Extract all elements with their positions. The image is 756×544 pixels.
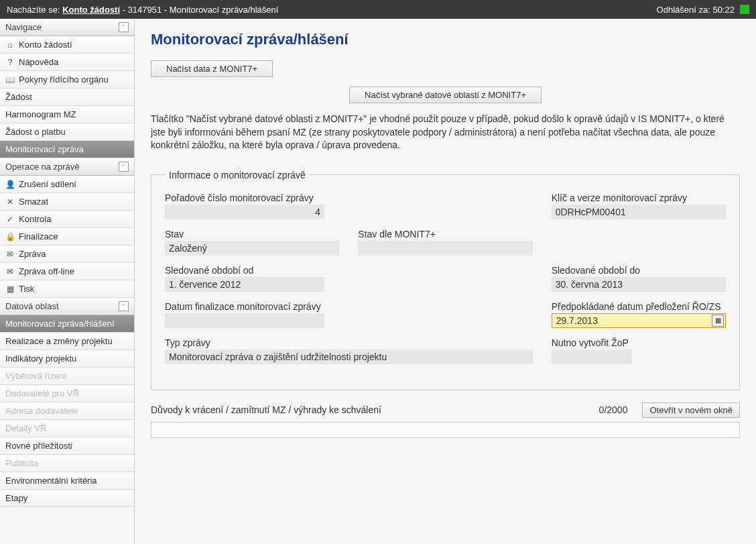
period-from-value: 1. července 2012 [165, 277, 324, 292]
open-new-window-button[interactable]: Otevřít v novém okně [642, 402, 740, 418]
sidebar-item[interactable]: Environmentální kritéria [0, 472, 134, 490]
period-to-value: 30. června 2013 [552, 277, 726, 292]
sidebar-item-label: Zpráva off-line [19, 266, 74, 276]
sidebar-item[interactable]: Žádost o platbu [0, 123, 134, 141]
field-state-monit: Stav dle MONIT7+ [358, 229, 532, 256]
sidebar-item[interactable]: ✕Smazat [0, 193, 134, 211]
sidebar-item[interactable]: Monitorovací zpráva/hlášení [0, 315, 134, 333]
sidebar-item[interactable]: ✓Kontrola [0, 211, 134, 228]
calendar-icon[interactable]: ▦ [712, 315, 724, 327]
fieldset-legend: Informace o monitorovací zprávě [165, 170, 310, 180]
sidebar-item-label: Environmentální kritéria [5, 476, 97, 486]
sidebar-item-label: Monitorovací zpráva/hlášení [5, 319, 115, 329]
sidebar-item-label: Kontrola [19, 214, 51, 224]
breadcrumb: Nacházíte se: Konto žádostí - 3147951 - … [7, 5, 657, 15]
sidebar-item[interactable]: Etapy [0, 490, 134, 507]
type-value: Monitorovací zpráva o zajištění udržitel… [165, 349, 533, 364]
sidebar-item-label: Finalizace [19, 231, 58, 241]
sidebar-item-label: Detaily VŘ [5, 423, 46, 433]
state-value: Založený [165, 241, 339, 256]
sidebar-item-icon: ⌂ [5, 40, 15, 50]
reasons-textarea[interactable] [151, 422, 740, 438]
info-fieldset: Informace o monitorovací zprávě Pořadové… [151, 170, 740, 390]
sidebar-item[interactable]: ?Nápověda [0, 54, 134, 71]
sidebar-item[interactable]: Harmonogram MZ [0, 106, 134, 123]
sidebar-item[interactable]: Monitorovací zpráva [0, 141, 134, 158]
sidebar-item-label: Harmonogram MZ [5, 109, 76, 119]
field-seq: Pořadové číslo monitorovací zprávy 4 [165, 193, 533, 219]
sidebar-item-label: Výběrová řízení [5, 371, 66, 381]
main-content: Monitorovací zpráva/hlášení Načíst data … [135, 19, 756, 544]
sidebar-item[interactable]: ▦Tisk [0, 280, 134, 298]
sidebar-item-label: Smazat [19, 197, 48, 207]
sidebar-item-label: Adresa dodavatele [5, 406, 78, 416]
field-key: Klíč a verze monitorovací zprávy 0DRHcPM… [552, 193, 726, 219]
sidebar-section-header[interactable]: Datová oblast˄ [0, 298, 134, 315]
sidebar-section-header[interactable]: Operace na zprávě˄ [0, 158, 134, 176]
chevron-up-icon[interactable]: ˄ [119, 162, 129, 172]
sidebar: Navigace˄⌂Konto žádostí?Nápověda📖Pokyny … [0, 19, 135, 544]
status-indicator-icon [740, 5, 749, 14]
sidebar-item[interactable]: Indikátory projektu [0, 350, 134, 368]
field-expected-date: Předpokládané datum předložení ŘO/ZS 29.… [552, 301, 726, 328]
field-finalize-date: Datum finalizace monitorovací zprávy [165, 301, 533, 328]
sidebar-item[interactable]: 🔒Finalizace [0, 228, 134, 246]
info-text: Tlačítko "Načíst vybrané datové oblasti … [151, 113, 740, 152]
sidebar-item-label: Zrušení sdílení [19, 179, 76, 189]
load-selected-monit-button[interactable]: Načíst vybrané datové oblasti z MONIT7+ [349, 87, 542, 103]
page-title: Monitorovací zpráva/hlášení [151, 31, 740, 48]
sidebar-item[interactable]: ⌂Konto žádostí [0, 36, 134, 54]
sidebar-item-label: Rovné příležitosti [5, 441, 72, 451]
sidebar-item-label: Konto žádostí [19, 40, 72, 50]
sidebar-item[interactable]: ✉Zpráva off-line [0, 263, 134, 280]
state-monit-value [358, 241, 532, 256]
chevron-up-icon[interactable]: ˄ [119, 301, 129, 311]
sidebar-item-label: Indikátory projektu [5, 353, 76, 364]
sidebar-item-icon: ✓ [5, 215, 15, 224]
sidebar-item[interactable]: 📖Pokyny řídícího orgánu [0, 71, 134, 89]
sidebar-item-icon: 📖 [5, 75, 15, 85]
sidebar-item-label: Monitorovací zpráva [5, 144, 84, 154]
sidebar-section-header[interactable]: Navigace˄ [0, 19, 134, 36]
field-period-from: Sledované období od 1. července 2012 [165, 265, 533, 292]
sidebar-item-label: Žádost [5, 92, 32, 102]
sidebar-item[interactable]: Žádost [0, 89, 134, 106]
breadcrumb-link[interactable]: Konto žádostí [62, 5, 120, 15]
breadcrumb-suffix: - 3147951 - Monitorovací zpráva/hlášení [123, 5, 279, 15]
sidebar-item-label: Dodavatelé pro VŘ [5, 388, 79, 398]
field-zop: Nutno vytvořit ŽoP [552, 337, 726, 364]
field-state: Stav Založený [165, 229, 339, 256]
field-type: Typ zprávy Monitorovací zpráva o zajiště… [165, 337, 533, 364]
reasons-label: Důvody k vrácení / zamítnutí MZ / výhrad… [151, 404, 591, 415]
sidebar-item-icon: ▦ [5, 284, 15, 294]
sidebar-item: Publicita [0, 455, 134, 472]
seq-value: 4 [165, 205, 324, 219]
field-period-to: Sledované období do 30. června 2013 [552, 265, 726, 292]
breadcrumb-prefix: Nacházíte se: [7, 5, 60, 15]
key-value: 0DRHcPM00401 [552, 205, 726, 219]
sidebar-item-label: Publicita [5, 458, 38, 468]
sidebar-item-icon: 👤 [5, 180, 15, 189]
reasons-counter: 0/2000 [599, 404, 628, 415]
sidebar-item-label: Etapy [5, 493, 27, 503]
expected-date-input[interactable]: 29.7.2013 ▦ [552, 313, 726, 328]
chevron-up-icon[interactable]: ˄ [119, 22, 129, 32]
finalize-date-value [165, 313, 324, 328]
sidebar-item[interactable]: 👤Zrušení sdílení [0, 176, 134, 193]
logout-timer: Odhlášení za: 50:22 [657, 5, 735, 15]
sidebar-item: Dodavatelé pro VŘ [0, 385, 134, 402]
load-monit-button[interactable]: Načíst data z MONIT7+ [151, 60, 273, 77]
sidebar-item-label: Zpráva [19, 249, 46, 259]
sidebar-item: Výběrová řízení [0, 368, 134, 385]
sidebar-item-icon: ? [5, 58, 15, 67]
sidebar-item[interactable]: Realizace a změny projektu [0, 333, 134, 350]
sidebar-item-icon: 🔒 [5, 232, 15, 241]
sidebar-item[interactable]: ✉Zpráva [0, 246, 134, 263]
sidebar-item-label: Pokyny řídícího orgánu [19, 74, 109, 85]
top-bar: Nacházíte se: Konto žádostí - 3147951 - … [0, 0, 756, 19]
sidebar-item-icon: ✕ [5, 197, 15, 207]
sidebar-item[interactable]: Rovné příležitosti [0, 437, 134, 455]
sidebar-item-label: Realizace a změny projektu [5, 336, 113, 346]
sidebar-item-icon: ✉ [5, 250, 15, 259]
sidebar-item: Detaily VŘ [0, 420, 134, 437]
